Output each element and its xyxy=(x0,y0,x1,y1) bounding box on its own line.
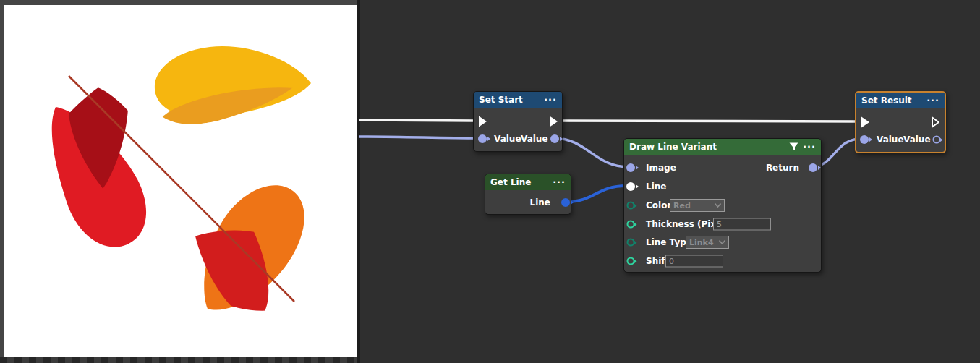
color-in-pin[interactable] xyxy=(627,202,635,210)
wire-exec-start-to-result[interactable] xyxy=(558,121,859,121)
value-in-label: Value xyxy=(877,134,904,145)
exec-in-pin[interactable] xyxy=(478,116,488,128)
node-title: Set Result xyxy=(861,95,912,106)
line-type-select[interactable]: Link4 xyxy=(686,236,729,249)
node-menu-icon[interactable]: ··· xyxy=(803,143,816,150)
chevron-down-icon xyxy=(719,240,725,244)
line-out-pin[interactable] xyxy=(561,198,570,207)
exec-out-pin[interactable] xyxy=(549,116,559,128)
value-in-label: Value xyxy=(494,134,521,144)
color-select-value: Red xyxy=(673,201,715,210)
value-out-label: Value xyxy=(903,134,931,145)
return-out-pin[interactable] xyxy=(809,163,817,172)
exec-out-pin[interactable] xyxy=(931,116,941,129)
wire-value-in[interactable] xyxy=(359,137,479,138)
node-set-start-header[interactable]: Set Start ··· xyxy=(474,92,562,108)
line-type-select-value: Link4 xyxy=(689,238,719,247)
thickness-in-pin[interactable] xyxy=(627,221,635,229)
line-in-pin[interactable] xyxy=(626,182,635,191)
node-set-result-header[interactable]: Set Result ··· xyxy=(856,93,945,108)
thickness-input[interactable] xyxy=(713,218,771,231)
node-title: Get Line xyxy=(490,177,531,187)
value-out-pin[interactable] xyxy=(550,134,559,143)
image-label: Image xyxy=(646,163,676,173)
node-get-line[interactable]: Get Line ··· Line xyxy=(485,174,571,215)
line-out-label: Line xyxy=(530,197,550,208)
value-out-pin[interactable] xyxy=(933,136,941,144)
node-menu-icon[interactable]: ··· xyxy=(926,97,939,104)
return-label: Return xyxy=(766,163,799,173)
node-menu-icon[interactable]: ··· xyxy=(544,96,557,103)
line-type-in-pin[interactable] xyxy=(627,239,635,247)
wire-exec-in[interactable] xyxy=(359,120,474,121)
wire-value-start-to-image[interactable] xyxy=(555,138,629,167)
shift-in-pin[interactable] xyxy=(627,257,635,265)
value-in-pin[interactable] xyxy=(860,135,869,144)
color-select[interactable]: Red xyxy=(670,199,725,212)
shift-input[interactable] xyxy=(665,255,723,268)
node-draw-line-variant[interactable]: Draw Line Variant ··· Image Return Line … xyxy=(623,138,822,273)
value-out-label: Value xyxy=(521,134,548,144)
wire-line[interactable] xyxy=(565,186,626,202)
exec-in-pin[interactable] xyxy=(861,116,871,129)
color-label: Color xyxy=(646,200,671,210)
node-menu-icon[interactable]: ··· xyxy=(553,179,566,186)
value-in-pin[interactable] xyxy=(478,134,487,143)
line-label: Line xyxy=(646,182,666,192)
node-draw-line-variant-header[interactable]: Draw Line Variant ··· xyxy=(624,139,821,155)
app-window: Set Start ··· Value Value Get Line ··· L… xyxy=(0,0,980,363)
node-set-result[interactable]: Set Result ··· Value Value xyxy=(855,91,946,153)
image-in-pin[interactable] xyxy=(626,163,635,172)
node-set-start[interactable]: Set Start ··· Value Value xyxy=(473,91,563,152)
funnel-icon[interactable] xyxy=(789,142,798,151)
node-title: Set Start xyxy=(479,95,523,105)
node-get-line-header[interactable]: Get Line ··· xyxy=(485,174,571,190)
chevron-down-icon xyxy=(715,203,721,208)
node-title: Draw Line Variant xyxy=(629,142,717,152)
